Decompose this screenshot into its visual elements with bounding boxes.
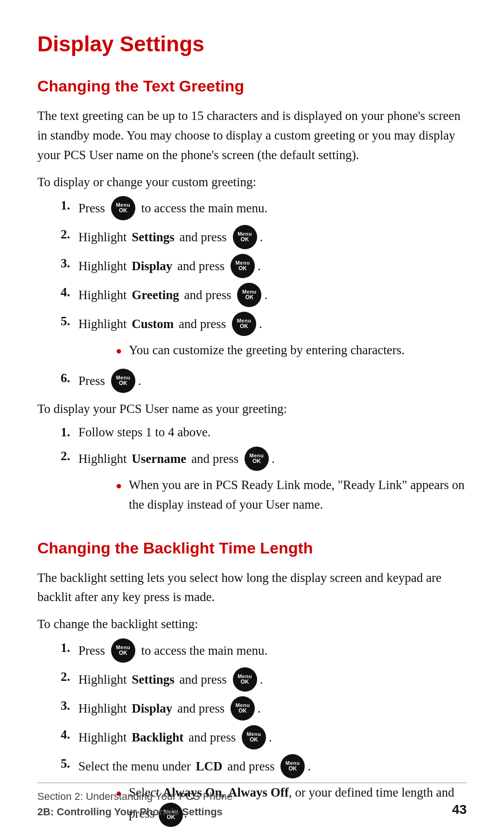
custom-step-5-bullets: ● You can customize the greeting by ente… — [78, 341, 405, 362]
section2-intro: The backlight setting lets you select ho… — [37, 568, 467, 608]
menu-ok-btn-c1: MenuOK — [111, 196, 135, 220]
section1: Changing the Text Greeting The text gree… — [37, 74, 467, 518]
page-title: Display Settings — [37, 28, 467, 60]
custom-step-3: 3. Highlight Display and press MenuOK. — [61, 254, 467, 278]
custom-step-2: 2. Highlight Settings and press MenuOK. — [61, 225, 467, 249]
backlight-step-4: 4. Highlight Backlight and press MenuOK. — [61, 725, 467, 749]
custom-step-5: 5. Highlight Custom and press MenuOK. ● … — [61, 312, 467, 364]
footer-left: Section 2: Understanding Your PCS Phone … — [37, 789, 232, 819]
footer-section: Section 2: Understanding Your PCS Phone — [37, 789, 232, 804]
custom-step-1: 1. Press MenuOK to access the main menu. — [61, 196, 467, 220]
change-label: To change the backlight setting: — [37, 615, 467, 634]
section2-heading: Changing the Backlight Time Length — [37, 536, 467, 560]
footer-page-num: 43 — [452, 800, 467, 819]
menu-ok-btn-b4: MenuOK — [242, 725, 266, 749]
menu-ok-btn-u2: MenuOK — [245, 447, 269, 471]
menu-ok-btn-c6: MenuOK — [111, 369, 135, 393]
custom-steps-list: 1. Press MenuOK to access the main menu.… — [37, 196, 467, 393]
username-step-2-bullet-1: ● When you are in PCS Ready Link mode, "… — [116, 476, 467, 515]
menu-ok-btn-c2: MenuOK — [233, 225, 257, 249]
custom-step-5-bullet-1: ● You can customize the greeting by ente… — [116, 341, 405, 360]
backlight-step-3: 3. Highlight Display and press MenuOK. — [61, 696, 467, 721]
footer: Section 2: Understanding Your PCS Phone … — [37, 783, 467, 819]
menu-ok-btn-b3: MenuOK — [231, 696, 255, 721]
menu-ok-btn-b1: MenuOK — [111, 638, 135, 663]
backlight-step-2: 2. Highlight Settings and press MenuOK. — [61, 667, 467, 692]
custom-label: To display or change your custom greetin… — [37, 173, 467, 192]
menu-ok-btn-b2: MenuOK — [233, 667, 257, 692]
menu-ok-btn-b5: MenuOK — [280, 754, 305, 778]
section1-heading: Changing the Text Greeting — [37, 74, 467, 98]
menu-ok-btn-c4: MenuOK — [237, 283, 261, 307]
section1-intro: The text greeting can be up to 15 charac… — [37, 106, 467, 165]
menu-ok-btn-c3: MenuOK — [231, 254, 255, 278]
username-label: To display your PCS User name as your gr… — [37, 399, 467, 419]
footer-subsection: 2B: Controlling Your Phone’s Settings — [37, 804, 232, 819]
backlight-step-1: 1. Press MenuOK to access the main menu. — [61, 638, 467, 663]
custom-step-4: 4. Highlight Greeting and press MenuOK. — [61, 283, 467, 307]
menu-ok-btn-c5: MenuOK — [232, 312, 256, 336]
username-step-1: 1. Follow steps 1 to 4 above. — [61, 423, 467, 442]
custom-step-6: 6. Press MenuOK. — [61, 369, 467, 393]
username-step-2: 2. Highlight Username and press MenuOK. … — [61, 447, 467, 518]
username-steps-list: 1. Follow steps 1 to 4 above. 2. Highlig… — [37, 423, 467, 518]
username-step-2-bullets: ● When you are in PCS Ready Link mode, "… — [78, 476, 467, 517]
